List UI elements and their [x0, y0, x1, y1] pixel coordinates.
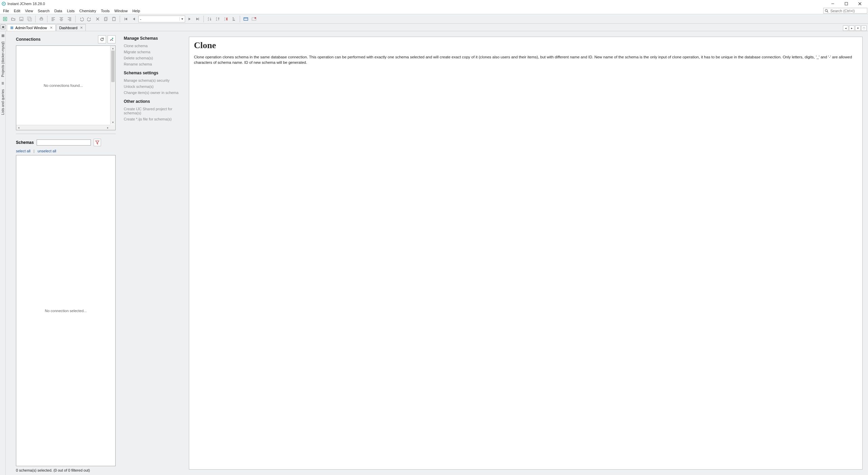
select-all-link[interactable]: select all	[16, 149, 31, 153]
left-column: Connections No connections found... ▴▾ ◂…	[6, 31, 121, 475]
schemas-status: 0 schema(s) selected. (0 out of 0 filter…	[16, 468, 116, 472]
action-manage-security[interactable]: Manage schema(s) security	[124, 77, 186, 83]
menubar: File Edit View Search Data Lists Chemist…	[0, 7, 868, 14]
chevron-down-icon[interactable]: ▾	[179, 17, 185, 21]
tabs-dropdown-button[interactable]: ▾	[855, 25, 861, 31]
admin-icon	[10, 26, 14, 30]
svg-rect-13	[27, 17, 31, 20]
maximize-button[interactable]	[840, 0, 853, 7]
actions-column: Manage Schemas Clone schema Migrate sche…	[121, 31, 189, 475]
app-icon	[1, 1, 6, 6]
tab-close-button[interactable]: ✕	[50, 26, 53, 30]
svg-rect-16	[41, 17, 42, 18]
goto-prev-button[interactable]	[130, 15, 138, 23]
save-button[interactable]	[18, 15, 25, 23]
clear-sort-button[interactable]: AZ	[222, 15, 230, 23]
tab-close-button[interactable]: ✕	[80, 26, 83, 30]
save-all-button[interactable]	[26, 15, 33, 23]
copy-button[interactable]	[102, 15, 110, 23]
menu-chemistry[interactable]: Chemistry	[77, 8, 99, 14]
close-window-button[interactable]	[250, 15, 258, 23]
tab-dashboard[interactable]: Dashboard ✕	[56, 24, 86, 31]
siderail-lists[interactable]: Lists and queries	[1, 88, 5, 116]
goto-first-button[interactable]	[122, 15, 130, 23]
left-siderail: ▦ Projects (docker-mysql) ≣ Lists and qu…	[0, 31, 6, 475]
svg-text:A: A	[216, 19, 217, 21]
refresh-connections-button[interactable]	[98, 35, 106, 43]
record-combo-input[interactable]	[139, 16, 179, 22]
menu-file[interactable]: File	[1, 8, 12, 14]
add-connection-button[interactable]	[107, 35, 116, 43]
connections-title: Connections	[16, 37, 41, 42]
unselect-all-link[interactable]: unselect all	[38, 149, 56, 153]
quick-search-input[interactable]	[830, 8, 867, 13]
print-button[interactable]	[38, 15, 45, 23]
schemas-title: Schemas	[16, 140, 34, 145]
svg-text:Z: Z	[224, 19, 225, 21]
delete-button[interactable]	[94, 15, 101, 23]
detail-title: Clone	[194, 40, 857, 51]
goto-next-button[interactable]	[186, 15, 193, 23]
close-button[interactable]	[853, 0, 867, 7]
record-combo[interactable]: ▾	[138, 16, 185, 22]
menu-data[interactable]: Data	[52, 8, 64, 14]
action-change-owner[interactable]: Change item(s) owner in schema	[124, 90, 186, 96]
tabs-scroll-left-button[interactable]: ◂	[843, 25, 848, 31]
schemas-filter-input[interactable]	[37, 139, 91, 146]
search-icon	[824, 9, 830, 13]
goto-last-button[interactable]	[194, 15, 201, 23]
minimize-button[interactable]	[826, 0, 840, 7]
tab-label: AdminTool Window	[15, 26, 47, 30]
menu-search[interactable]: Search	[35, 8, 52, 14]
new-file-button[interactable]	[1, 15, 9, 23]
svg-rect-34	[113, 17, 115, 18]
sort-asc-button[interactable]: AZ	[206, 15, 213, 23]
action-clone-schema[interactable]: Clone schema	[124, 43, 186, 49]
quick-search[interactable]	[823, 8, 867, 14]
align-center-button[interactable]	[58, 15, 65, 23]
sort-dialog-button[interactable]	[230, 15, 238, 23]
tabs-maximize-button[interactable]: □	[861, 25, 867, 31]
new-window-button[interactable]	[242, 15, 250, 23]
action-rename-schema[interactable]: Rename schema	[124, 61, 186, 67]
svg-rect-15	[40, 18, 43, 20]
tab-label: Dashboard	[59, 26, 78, 30]
sort-desc-button[interactable]: ZA	[214, 15, 221, 23]
menu-edit[interactable]: Edit	[12, 8, 23, 14]
menu-tools[interactable]: Tools	[99, 8, 112, 14]
menu-view[interactable]: View	[23, 8, 36, 14]
action-create-ijs-file[interactable]: Create *.ijs file for schema(s)	[124, 116, 186, 122]
svg-rect-48	[244, 18, 248, 20]
actions-heading-other: Other actions	[124, 99, 186, 104]
align-right-button[interactable]	[66, 15, 73, 23]
filter-button[interactable]	[94, 139, 101, 146]
svg-rect-31	[104, 18, 107, 21]
detail-pane: Clone Clone operation clones schema in t…	[189, 37, 863, 470]
action-migrate-schema[interactable]: Migrate schema	[124, 49, 186, 55]
undo-button[interactable]	[78, 15, 85, 23]
svg-rect-32	[105, 17, 107, 20]
siderail-projects[interactable]: Projects (docker-mysql)	[1, 40, 5, 78]
action-create-shared-project[interactable]: Create IJC Shared project for schema(s)	[124, 106, 186, 116]
detail-body: Clone operation clones schema in the sam…	[194, 55, 857, 65]
tabs-scroll-right-button[interactable]: ▸	[849, 25, 854, 31]
paste-button[interactable]	[110, 15, 118, 23]
schemas-listbox[interactable]: No connection selected...	[16, 155, 116, 466]
tab-admintool[interactable]: AdminTool Window ✕	[7, 24, 56, 31]
align-left-button[interactable]	[50, 15, 57, 23]
restore-sidebar-button[interactable]: ▣	[1, 24, 5, 29]
connections-scrollbar-v[interactable]: ▴▾	[110, 46, 115, 125]
redo-button[interactable]	[86, 15, 93, 23]
menu-help[interactable]: Help	[130, 8, 142, 14]
connections-scrollbar-h[interactable]: ◂▸	[16, 125, 110, 130]
connections-empty-text: No connections found...	[44, 83, 83, 88]
svg-rect-12	[20, 19, 22, 21]
menu-window[interactable]: Window	[112, 8, 130, 14]
action-unlock-schema[interactable]: Unlock schema(s)	[124, 83, 186, 90]
open-button[interactable]	[9, 15, 17, 23]
connections-listbox[interactable]: No connections found... ▴▾ ◂▸	[16, 45, 116, 130]
action-delete-schema[interactable]: Delete schema(s)	[124, 55, 186, 61]
svg-point-1	[3, 3, 4, 4]
svg-rect-53	[11, 26, 13, 29]
menu-lists[interactable]: Lists	[64, 8, 77, 14]
